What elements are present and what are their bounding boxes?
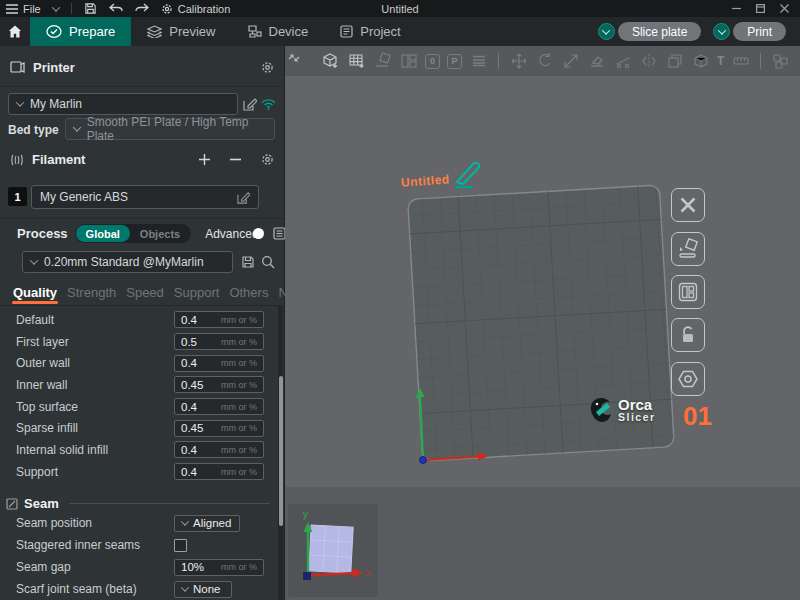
slice-options-dropdown[interactable]: [598, 23, 615, 40]
scrollbar-thumb[interactable]: [279, 376, 283, 526]
setting-label: Top surface: [16, 400, 78, 414]
axis-y-label: y: [303, 509, 308, 520]
edit-filament-button[interactable]: [237, 191, 250, 204]
scope-global-option[interactable]: Global: [76, 225, 130, 242]
slice-plate-button[interactable]: Slice plate: [618, 22, 701, 41]
printer-settings-button[interactable]: [261, 61, 274, 74]
home-button[interactable]: [0, 17, 30, 46]
preview-icon: [147, 25, 162, 38]
save-preset-button[interactable]: [241, 255, 255, 269]
minus-icon: [230, 158, 241, 161]
setting-input[interactable]: 0.5mm or %: [174, 333, 264, 350]
printer-connection-icon[interactable]: [261, 98, 276, 110]
chevron-down-icon: [602, 26, 610, 34]
bed-type-dropdown[interactable]: Smooth PEI Plate / High Temp Plate: [65, 118, 275, 140]
staggered-inner-seams-checkbox[interactable]: [174, 539, 187, 552]
setting-input[interactable]: 0.4mm or %: [174, 463, 264, 480]
filament-preset-field[interactable]: My Generic ABS: [31, 185, 259, 209]
printer-preset-dropdown[interactable]: My Marlin: [8, 93, 238, 115]
tab-prepare[interactable]: Prepare: [30, 17, 131, 46]
search-icon: [261, 255, 275, 269]
setting-label: Scarf joint seam (beta): [16, 582, 137, 596]
undo-button[interactable]: [103, 0, 129, 17]
plate-thumbnail[interactable]: y x: [288, 504, 378, 597]
setting-unit: mm or %: [221, 467, 257, 477]
search-settings-button[interactable]: [261, 255, 275, 269]
viewport-3d[interactable]: 0 P: [285, 46, 800, 600]
printer-section-header: Printer: [0, 60, 284, 75]
setting-row: Top surface 0.4mm or %: [0, 396, 264, 418]
remove-filament-button[interactable]: [230, 158, 241, 161]
setting-row: Default 0.4mm or %: [0, 309, 264, 331]
print-button[interactable]: Print: [733, 22, 786, 41]
tab-preview-label: Preview: [169, 24, 215, 39]
tab-preview[interactable]: Preview: [131, 17, 231, 46]
slice-plate-label: Slice plate: [632, 25, 687, 39]
filament-settings-button[interactable]: [261, 153, 274, 166]
redo-button[interactable]: [129, 0, 155, 17]
calibration-label: Calibration: [178, 3, 231, 15]
file-menu[interactable]: File: [0, 0, 47, 17]
setting-label: Support: [16, 465, 58, 479]
tab-project[interactable]: Project: [324, 17, 416, 46]
process-scope-toggle[interactable]: Global Objects: [75, 224, 192, 243]
file-menu-dropdown[interactable]: [47, 0, 65, 17]
tab-quality[interactable]: Quality: [8, 285, 62, 304]
tab-support[interactable]: Support: [169, 285, 225, 304]
setting-input[interactable]: 0.4mm or %: [174, 441, 264, 458]
auto-orient-plate-icon: [677, 238, 699, 260]
setting-row: Seam position Aligned: [0, 512, 264, 534]
setting-label: Seam position: [16, 516, 92, 530]
add-filament-button[interactable]: [199, 154, 210, 165]
arrange-all-button[interactable]: [671, 275, 705, 309]
delete-all-button[interactable]: [671, 188, 705, 222]
plate-settings-button[interactable]: [671, 362, 705, 396]
main-nav-bar: Prepare Preview Device Project Slice pla…: [0, 17, 800, 46]
logo-text-top: Orca: [618, 398, 656, 412]
setting-label: First layer: [16, 335, 69, 349]
auto-orient-all-button[interactable]: [671, 232, 705, 266]
setting-input[interactable]: 0.4mm or %: [174, 398, 264, 415]
seam-position-dropdown[interactable]: Aligned: [174, 515, 240, 532]
close-icon: [780, 4, 789, 13]
scarf-joint-seam-dropdown[interactable]: None: [174, 581, 232, 598]
setting-input[interactable]: 0.4mm or %: [174, 355, 264, 372]
chevron-down-icon: [73, 123, 81, 131]
setting-row: First layer 0.5mm or %: [0, 331, 264, 353]
printer-header-label: Printer: [33, 60, 75, 75]
parameter-table-button[interactable]: [273, 227, 286, 240]
calibration-button[interactable]: Calibration: [155, 0, 237, 17]
seam-gap-input[interactable]: 10%mm or %: [174, 559, 264, 576]
minimize-button[interactable]: [726, 1, 746, 16]
setting-input[interactable]: 0.45mm or %: [174, 376, 264, 393]
scope-objects-option[interactable]: Objects: [130, 225, 190, 242]
rename-plate-pencil-icon[interactable]: [451, 156, 483, 190]
tab-device[interactable]: Device: [232, 17, 325, 46]
process-preset-dropdown[interactable]: 0.20mm Standard @MyMarlin: [22, 251, 233, 273]
chevron-down-icon: [181, 517, 189, 525]
gear-icon: [261, 153, 274, 166]
maximize-button[interactable]: [750, 1, 770, 16]
setting-input[interactable]: 0.45mm or %: [174, 420, 264, 437]
edit-printer-button[interactable]: [243, 97, 257, 111]
seam-position-value: Aligned: [193, 517, 231, 529]
device-icon: [248, 25, 262, 38]
tab-speed[interactable]: Speed: [121, 285, 169, 304]
printer-icon: [10, 61, 25, 74]
filament-slot-badge[interactable]: 1: [8, 187, 27, 206]
close-button[interactable]: [774, 1, 794, 16]
file-menu-label: File: [23, 3, 41, 15]
lock-plate-button[interactable]: [671, 318, 705, 352]
print-options-dropdown[interactable]: [713, 23, 730, 40]
tab-strength[interactable]: Strength: [62, 285, 121, 304]
setting-row: Outer wall 0.4mm or %: [0, 352, 264, 374]
setting-input[interactable]: 0.4mm or %: [174, 311, 264, 328]
tab-others[interactable]: Others: [224, 285, 273, 304]
plate-thumbnail-image: y x: [288, 504, 378, 597]
divider: [69, 503, 270, 504]
save-button[interactable]: [78, 0, 103, 17]
plate-settings-nut-icon: [678, 370, 698, 388]
settings-scrollbar[interactable]: [278, 306, 283, 600]
wifi-icon: [261, 98, 276, 110]
setting-value: 0.4: [181, 466, 197, 478]
